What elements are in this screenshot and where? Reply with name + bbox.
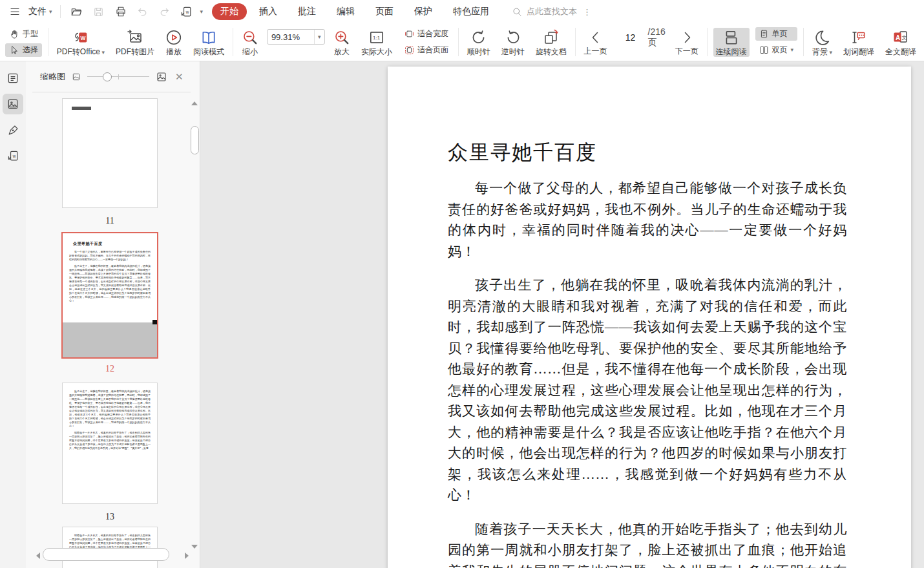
slider-knob[interactable] [103,72,112,81]
print-button[interactable] [112,3,129,20]
tab-protect[interactable]: 保护 [406,3,441,20]
thumbnail-panel-button[interactable] [3,94,23,114]
export-word-icon: w [180,6,193,18]
rotate-clockwise-label: 顺时针 [467,48,490,56]
export-word-button[interactable]: w [178,3,195,20]
continuous-reading-button[interactable]: 连续阅读 [713,28,750,57]
thumbnail-mini-title: 众里寻她千百度 [73,241,157,247]
toolbar-separator [48,28,48,56]
panel-divider [32,92,191,92]
page-number-input[interactable] [616,30,646,45]
zoom-in-button[interactable]: 放大 [331,28,353,57]
select-tool-button[interactable]: 选择 [5,43,42,57]
export-panel-button[interactable]: w [3,145,23,166]
hand-tool-button[interactable]: 手型 [5,27,42,41]
zoom-out-button[interactable]: 缩小 [239,28,261,57]
tab-annotate[interactable]: 批注 [289,3,324,20]
word-translate-label: 划词翻译 [843,48,874,56]
single-page-icon [759,29,769,39]
scroll-left-arrow[interactable] [36,552,40,559]
pdf-to-image-button[interactable]: PDF转图片 [113,28,157,57]
double-page-button[interactable]: 双页 ▾ [755,43,798,57]
scroll-right-arrow[interactable] [185,552,189,559]
zoom-level-input[interactable] [268,32,314,42]
sidebar-rail: w [0,61,26,568]
moon-icon [814,29,830,46]
fit-width-button[interactable]: 适合宽度 [401,27,452,41]
chevron-down-icon: ▾ [49,9,52,15]
page-body-text: 每一个做了父母的人，都希望自己能够做一个对孩子成长负责任的好爸爸或好妈妈，我也不… [448,178,847,568]
horizontal-scrollbar-thumb[interactable] [43,548,169,561]
more-vertical-icon[interactable]: ⋮ [583,7,591,17]
thumbnail-page-13[interactable]: 孩子出生了，他躺在我的怀里，吸吮着我体内流淌的乳汁，明亮清澈的大眼睛和我对视着，… [62,383,158,504]
actual-size-button[interactable]: 1:1 实际大小 [359,28,395,57]
pdf-page-12[interactable]: 众里寻她千百度 每一个做了父母的人，都希望自己能够做一个对孩子成长负责任的好爸爸… [388,67,911,568]
save-button[interactable] [90,3,107,20]
printer-icon [115,6,127,17]
chevron-down-icon[interactable]: ▾ [200,9,204,15]
background-button[interactable]: 背景 ▾ [810,28,835,57]
single-page-label: 单页 [772,28,788,39]
thumbnail-text-texture: 孩子出生了，他躺在我的怀里，吸吮着我体内流淌的乳汁，明亮清澈的大眼睛和我对视着，… [63,264,157,303]
thumbnail-label-11: 11 [61,216,158,226]
reading-mode-button[interactable]: 阅读模式 [191,28,227,57]
thumbnail-size-slider[interactable] [87,72,149,82]
full-translate-button[interactable]: 文A 全文翻译 [883,28,919,57]
thumbnail-panel: 缩略图 ✕ 11 众里寻她千百度 每一个做了父母的人，都希望自己能够做一个对孩子… [26,61,200,568]
file-menu[interactable]: 文件 ▾ [28,6,52,17]
search-icon [512,6,522,17]
tab-featured-apps[interactable]: 特色应用 [445,3,498,20]
fit-width-icon [404,29,414,39]
ribbon-tabs: 开始 插入 批注 编辑 页面 保护 特色应用 [212,3,498,20]
chevron-down-icon: ▾ [100,49,105,56]
chapter-title: 众里寻她千百度 [448,139,597,166]
slider-tick [118,74,119,79]
scroll-up-arrow[interactable] [191,101,198,105]
viewport-resize-handle[interactable] [152,320,157,324]
toolbar-separator [575,28,576,56]
fit-page-button[interactable]: 适合页面 [401,43,452,57]
pdf-to-office-button[interactable]: W PDF转Office ▾ [54,28,107,57]
thumbnail-text-texture: 孩子出生了，他躺在我的怀里，吸吮着我体内流淌的乳汁，明亮清澈的大眼睛和我对视着，… [63,383,157,428]
fit-page-icon [404,45,414,55]
find-text-button[interactable]: 点此查找文本 ⋮ [512,6,591,17]
small-thumbnail-icon[interactable] [72,72,81,81]
menubar-divider [60,5,61,18]
rotate-counterclockwise-button[interactable]: 逆时针 [499,28,527,57]
rotate-document-button[interactable]: 旋转文档 [533,28,569,57]
chevron-down-icon: ▾ [791,47,794,53]
thumbnail-text-texture [72,107,91,110]
rotate-counterclockwise-icon [505,29,521,46]
undo-button[interactable] [134,3,151,20]
outline-panel-button[interactable] [3,68,23,89]
next-page-button[interactable]: 下一页 [673,28,701,56]
play-button[interactable]: 播放 [163,28,185,57]
full-translate-icon: 文A [892,29,909,46]
pdf-to-office-label: PDF转Office ▾ [57,48,105,56]
export-word-icon: w [7,150,19,162]
thumbnail-page-11[interactable] [62,98,158,208]
single-page-button[interactable]: 单页 [755,27,798,41]
viewport-indicator[interactable] [63,322,157,357]
zoom-level-dropdown[interactable]: ▾ [314,30,324,44]
main-menu-button[interactable] [6,3,23,20]
previous-page-button[interactable]: 上一页 [582,28,610,56]
annotation-panel-button[interactable] [3,120,23,140]
tab-page[interactable]: 页面 [367,3,402,20]
zoom-out-label: 缩小 [242,48,258,56]
redo-button[interactable] [156,3,173,20]
rotate-clockwise-button[interactable]: 顺时针 [465,28,493,57]
word-translate-button[interactable]: 划词翻译 [841,28,877,57]
tab-edit[interactable]: 编辑 [328,3,363,20]
hand-tool-label: 手型 [23,28,38,39]
rotate-counterclockwise-label: 逆时针 [501,48,525,56]
chevron-down-icon: ▾ [318,34,321,40]
thumbnail-page-12[interactable]: 众里寻她千百度 每一个做了父母的人，都希望自己能够做一个对孩子成长负责任的好爸爸… [61,232,158,359]
toolbar: 手型 选择 W PDF转Office ▾ PDF转图片 播放 阅读模式 [0,23,924,61]
vertical-scrollbar-thumb[interactable] [191,126,199,154]
tab-insert[interactable]: 插入 [251,3,286,20]
close-panel-button[interactable]: ✕ [175,71,184,83]
open-file-button[interactable] [68,3,85,20]
tab-home[interactable]: 开始 [212,3,247,20]
large-thumbnail-icon[interactable] [156,71,167,83]
